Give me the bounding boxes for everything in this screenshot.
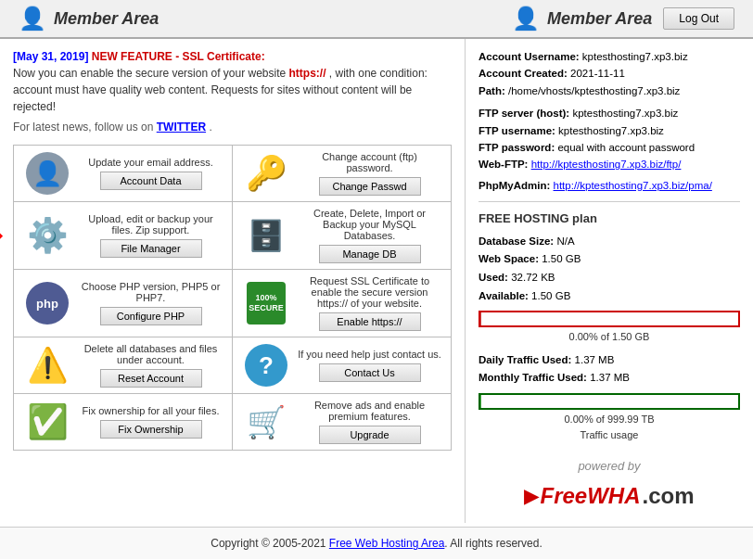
freewha-name: FreeWHA	[540, 478, 640, 514]
daily-traffic-row: Daily Traffic Used: 1.37 MB	[479, 351, 740, 370]
storage-progress-bar-bg	[479, 311, 740, 327]
enable-https-content: Request SSL Certificate to enable the se…	[298, 275, 441, 331]
main-content: [May 31, 2019] NEW FEATURE - SSL Certifi…	[0, 39, 753, 523]
menu-cell-change-passwd: 🔑 Change account (ftp) password. Change …	[233, 146, 451, 201]
account-created-val: 2021-11-11	[570, 68, 625, 79]
manage-db-button[interactable]: Manage DB	[319, 245, 421, 263]
account-created: Account Created: 2021-11-11	[479, 65, 740, 82]
footer: Copyright © 2005-2021 Free Web Hosting A…	[0, 527, 753, 559]
webftp-label: Web-FTP:	[479, 159, 528, 170]
ftp-username-val: kptesthosting7.xp3.biz	[558, 125, 664, 136]
plan-available: Available: 1.50 GB	[479, 287, 740, 306]
top-header: 👤 Member Area 👤 Member Area Log Out	[0, 0, 753, 39]
user-icon-left: 👤	[19, 6, 46, 32]
gear-folder-icon: ⚙️	[23, 216, 71, 255]
reset-account-content: Delete all databases and files under acc…	[79, 343, 223, 388]
fix-ownership-button[interactable]: Fix Ownership	[100, 420, 202, 439]
configure-php-desc: Choose PHP version, PHP5 or PHP7.	[79, 281, 223, 303]
menu-cell-contact-us: ? If you need help just contact us. Cont…	[233, 337, 451, 393]
monthly-traffic-val: 1.37 MB	[590, 372, 630, 383]
phpmyadmin-link[interactable]: http://kptesthosting7.xp3.biz/pma/	[554, 180, 712, 191]
ftp-server-val: kptesthosting7.xp3.biz	[572, 108, 678, 119]
phpmyadmin-label: PhpMyAdmin:	[479, 180, 550, 191]
contact-us-button[interactable]: Contact Us	[319, 363, 421, 382]
traffic-progress-bar-bg	[479, 393, 740, 410]
plan-webspace-label: Web Space:	[479, 253, 539, 264]
ftp-username: FTP username: kptesthosting7.xp3.biz	[479, 122, 740, 139]
plan-title: FREE HOSTING plan	[479, 210, 740, 229]
manage-db-desc: Create, Delete, Import or Backup your My…	[298, 208, 441, 241]
menu-cell-file-manager: ⚙️ Upload, edit or backup your files. Zi…	[14, 202, 233, 269]
plan-webspace: Web Space: 1.50 GB	[479, 250, 740, 269]
configure-php-button[interactable]: Configure PHP	[100, 307, 202, 325]
traffic-progress-label: 0.00% of 999.99 TB	[479, 412, 740, 428]
ftp-password-label: FTP password:	[479, 142, 555, 153]
enable-https-button[interactable]: Enable https://	[319, 312, 421, 331]
monthly-traffic-row: Monthly Traffic Used: 1.37 MB	[479, 369, 740, 388]
account-username: Account Username: kptesthosting7.xp3.biz	[479, 48, 740, 65]
account-username-val: kptesthosting7.xp3.biz	[582, 51, 688, 62]
menu-row-5: ✅ Fix ownership for all your files. Fix …	[14, 394, 451, 450]
ftp-server-label: FTP server (host):	[479, 108, 569, 119]
powered-by-text: powered by	[479, 457, 740, 477]
menu-cell-upgrade: 🛒 Remove ads and enable premium features…	[233, 394, 451, 450]
announcement-https: https://	[289, 67, 326, 80]
header-title-left: Member Area	[54, 9, 159, 29]
twitter-word[interactable]: TWITTER	[157, 121, 206, 134]
announcement-feature: NEW FEATURE - SSL Certificate:	[92, 50, 265, 63]
webftp-link[interactable]: http://kptesthosting7.xp3.biz/ftp/	[531, 159, 682, 170]
upgrade-desc: Remove ads and enable premium features.	[298, 400, 441, 422]
file-manager-content: Upload, edit or backup your files. Zip s…	[79, 213, 223, 258]
ftp-server: FTP server (host): kptesthosting7.xp3.bi…	[479, 105, 740, 121]
reset-account-button[interactable]: Reset Account	[100, 369, 202, 388]
plan-available-val: 1.50 GB	[531, 290, 570, 301]
traffic-progress-container: 0.00% of 999.99 TB Traffic usage	[479, 393, 740, 444]
menu-cell-account-data: 👤 Update your email address. Account Dat…	[14, 146, 233, 201]
enable-https-desc: Request SSL Certificate to enable the se…	[298, 275, 441, 309]
announcement: [May 31, 2019] NEW FEATURE - SSL Certifi…	[13, 48, 452, 135]
traffic-daily: Daily Traffic Used: 1.37 MB Monthly Traf…	[479, 351, 740, 388]
upgrade-button[interactable]: Upgrade	[319, 426, 421, 444]
account-created-label: Account Created:	[479, 68, 568, 79]
divider1	[479, 201, 740, 202]
account-info: Account Username: kptesthosting7.xp3.biz…	[479, 48, 740, 173]
account-data-content: Update your email address. Account Data	[79, 157, 223, 190]
fix-ownership-content: Fix ownership for all your files. Fix Ow…	[79, 405, 223, 439]
user-avatar-icon: 👤	[23, 152, 71, 195]
announcement-body: Now you can enable the secure version of…	[13, 65, 452, 115]
daily-traffic-val: 1.37 MB	[575, 354, 615, 365]
menu-cell-fix-ownership: ✅ Fix ownership for all your files. Fix …	[14, 394, 233, 450]
menu-cell-configure-php: php Choose PHP version, PHP5 or PHP7. Co…	[14, 270, 233, 337]
account-data-button[interactable]: Account Data	[100, 172, 202, 190]
fix-ownership-desc: Fix ownership for all your files.	[83, 405, 220, 416]
plan-webspace-val: 1.50 GB	[542, 253, 581, 264]
file-manager-desc: Upload, edit or backup your files. Zip s…	[79, 213, 223, 235]
account-path-label: Path:	[479, 85, 505, 96]
left-panel: [May 31, 2019] NEW FEATURE - SSL Certifi…	[0, 39, 466, 523]
plan-used: Used: 32.72 KB	[479, 269, 740, 287]
ftp-username-label: FTP username:	[479, 125, 555, 136]
header-logo-left: 👤 Member Area	[19, 6, 159, 32]
footer-link[interactable]: Free Web Hosting Area	[329, 537, 445, 550]
traffic-progress-bar-fill	[480, 395, 481, 408]
freewha-dotcom: .com	[643, 478, 695, 514]
cart-icon: 🛒	[242, 403, 290, 440]
ssl-secure-icon: 100%SECURE	[242, 282, 290, 325]
change-passwd-button[interactable]: Change Passwd	[319, 177, 421, 196]
menu-row-1: 👤 Update your email address. Account Dat…	[14, 146, 451, 202]
footer-suffix: . All rights reserved.	[444, 537, 542, 550]
logout-button[interactable]: Log Out	[663, 7, 734, 30]
announcement-date: [May 31, 2019]	[13, 50, 88, 63]
checkmark-icon: ✅	[23, 402, 71, 441]
menu-row-2: ⚙️ Upload, edit or backup your files. Zi…	[14, 202, 451, 270]
menu-row-3: php Choose PHP version, PHP5 or PHP7. Co…	[14, 270, 451, 337]
file-manager-button[interactable]: File Manager	[100, 239, 202, 258]
plan-db-label: Database Size:	[479, 235, 554, 247]
menu-grid: 👤 Update your email address. Account Dat…	[13, 145, 452, 451]
plan-db-val: N/A	[556, 235, 574, 247]
account-username-label: Account Username:	[479, 51, 580, 62]
powered-label: powered by	[578, 459, 640, 473]
monthly-traffic-label: Monthly Traffic Used:	[479, 372, 587, 383]
freewha-brand: ▶ FreeWHA .com	[479, 478, 740, 514]
powered-by-section: powered by ▶ FreeWHA .com	[479, 457, 740, 514]
